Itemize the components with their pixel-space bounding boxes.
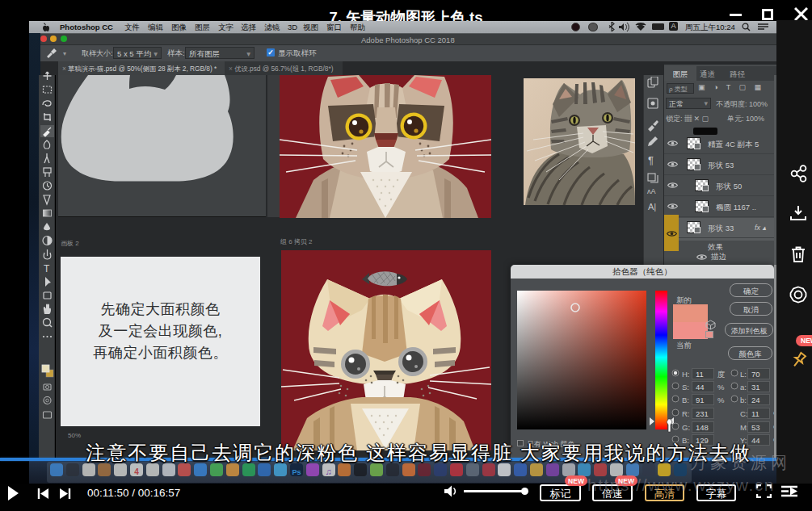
svg-text:¶: ¶ xyxy=(648,154,654,166)
svg-text:A|: A| xyxy=(648,202,656,212)
svg-text:ʌA: ʌA xyxy=(647,187,656,195)
svg-text:T: T xyxy=(44,263,50,274)
